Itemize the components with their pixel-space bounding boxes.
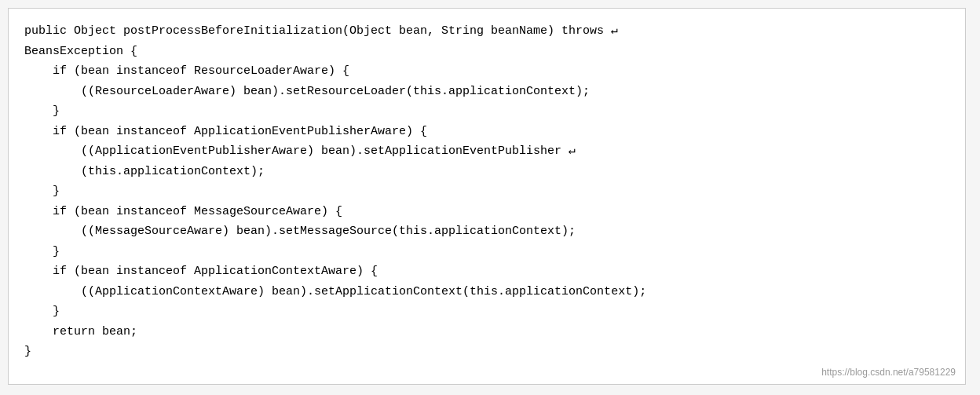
- code-container: public Object postProcessBeforeInitializ…: [8, 8, 966, 385]
- line-1: public Object postProcessBeforeInitializ…: [24, 24, 646, 358]
- watermark: https://blog.csdn.net/a79581229: [821, 367, 956, 378]
- code-block: public Object postProcessBeforeInitializ…: [24, 21, 949, 362]
